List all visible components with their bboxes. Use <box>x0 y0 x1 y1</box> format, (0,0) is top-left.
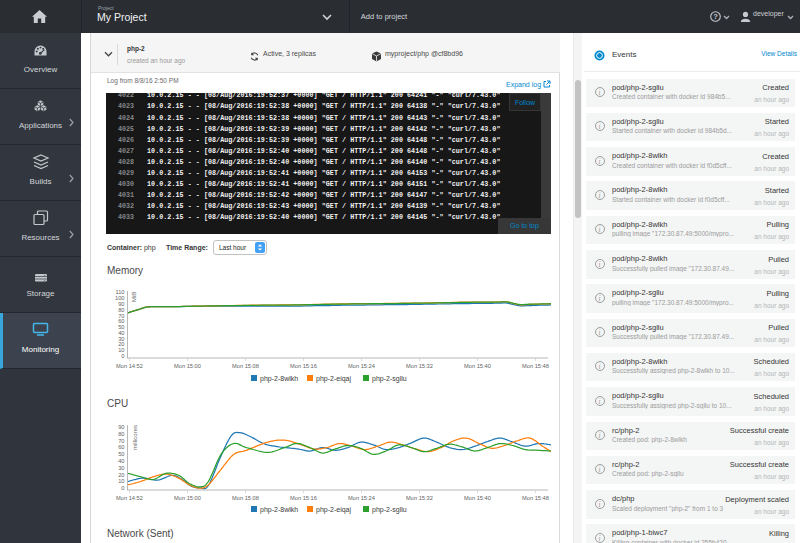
svg-text:Mon 15:32: Mon 15:32 <box>406 363 433 369</box>
svg-text:Mon 15:00: Mon 15:00 <box>174 363 201 369</box>
svg-text:70: 70 <box>118 438 124 444</box>
svg-text:20: 20 <box>118 472 124 478</box>
svg-text:0: 0 <box>121 353 124 359</box>
svg-text:Mon 15:40: Mon 15:40 <box>464 495 491 501</box>
svg-text:Mon 15:48: Mon 15:48 <box>522 363 549 369</box>
svg-text:Mon 15:48: Mon 15:48 <box>522 495 549 501</box>
svg-text:0: 0 <box>121 485 124 491</box>
svg-text:Mon 15:24: Mon 15:24 <box>348 495 375 501</box>
svg-text:10: 10 <box>118 478 124 484</box>
svg-text:50: 50 <box>118 451 124 457</box>
svg-text:40: 40 <box>118 458 124 464</box>
svg-text:php-2-sgllu: php-2-sgllu <box>372 375 407 383</box>
svg-text:Mon 15:08: Mon 15:08 <box>232 495 259 501</box>
svg-text:Mon 14:52: Mon 14:52 <box>116 495 143 501</box>
svg-text:Mon 15:08: Mon 15:08 <box>232 363 259 369</box>
svg-text:Mon 14:52: Mon 14:52 <box>116 363 143 369</box>
svg-text:php-2-sgllu: php-2-sgllu <box>372 506 407 514</box>
svg-text:30: 30 <box>118 465 124 471</box>
svg-text:Mon 15:40: Mon 15:40 <box>464 363 491 369</box>
svg-text:90: 90 <box>118 424 124 430</box>
svg-text:Mon 15:00: Mon 15:00 <box>174 495 201 501</box>
svg-text:php-2-8wlkh: php-2-8wlkh <box>260 506 298 514</box>
svg-text:php-2-8wlkh: php-2-8wlkh <box>260 375 298 383</box>
svg-text:80: 80 <box>118 431 124 437</box>
svg-text:Mon 15:24: Mon 15:24 <box>348 363 375 369</box>
svg-text:millicores: millicores <box>132 425 138 450</box>
svg-text:Mon 15:16: Mon 15:16 <box>290 495 317 501</box>
svg-text:php-2-eiqaj: php-2-eiqaj <box>316 506 351 514</box>
svg-text:Mon 15:16: Mon 15:16 <box>290 363 317 369</box>
svg-text:Mon 15:32: Mon 15:32 <box>406 495 433 501</box>
svg-text:MiB: MiB <box>131 292 137 302</box>
svg-text:60: 60 <box>118 444 124 450</box>
svg-text:php-2-eiqaj: php-2-eiqaj <box>316 375 351 383</box>
